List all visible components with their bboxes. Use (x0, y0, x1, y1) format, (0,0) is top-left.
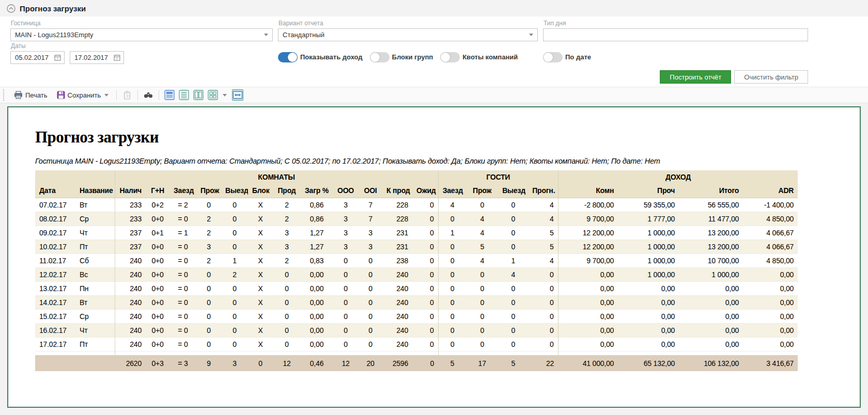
table-cell: 0 (466, 309, 498, 323)
calendar-icon[interactable]: 7 (114, 54, 120, 61)
table-cell: 240 (115, 337, 146, 351)
table-cell: 0 (528, 295, 558, 309)
table-cell: X (248, 337, 273, 351)
view-continuous-icon[interactable] (178, 89, 190, 101)
table-cell: 2 (273, 198, 301, 212)
day-type-input[interactable] (543, 28, 808, 41)
toggle-by-date[interactable]: По дате (543, 52, 591, 62)
table-cell: 0 (359, 281, 382, 295)
search-icon[interactable] (143, 89, 154, 101)
table-cell: 5 (466, 240, 498, 253)
page-title: Прогноз загрузки (20, 4, 86, 13)
table-cell: 0 (359, 309, 382, 323)
total-cell: 3 416,67 (743, 355, 798, 371)
table-cell: 2 (196, 212, 221, 226)
date-to-input[interactable]: 17.02.2017 7 (70, 51, 124, 64)
fit-width-icon[interactable] (232, 89, 243, 101)
table-cell: = 0 (169, 295, 196, 309)
calendar-icon[interactable]: 7 (54, 54, 61, 61)
table-cell: 237 (115, 226, 146, 240)
table-cell: X (248, 295, 273, 309)
toggle-show-income[interactable]: Показывать доход (278, 52, 363, 62)
column-header-cell: ООО (333, 184, 359, 198)
toggle-group-blocks[interactable]: Блоки групп (370, 52, 433, 62)
report-toolbar: Печать Сохранить ? (0, 87, 868, 103)
table-cell: 0 (196, 267, 221, 281)
table-cell: 0,00 (679, 309, 743, 323)
table-cell: 12 200,00 (558, 226, 618, 240)
table-cell: X (248, 267, 273, 281)
clear-filter-button[interactable]: Очистить фильтр (734, 70, 808, 84)
collapse-panel-icon[interactable] (6, 4, 16, 13)
toggle-company-quotas[interactable]: Квоты компаний (440, 52, 518, 62)
save-button[interactable]: Сохранить (54, 89, 112, 101)
table-cell: 240 (382, 267, 412, 281)
column-header-cell: Г+Н (146, 184, 169, 198)
hotel-select[interactable]: MAIN - Logus21193Empty (10, 28, 273, 41)
table-cell: 240 (115, 281, 146, 295)
print-button[interactable]: Печать (11, 89, 51, 101)
view-single-page-icon[interactable] (164, 89, 175, 101)
table-cell: 0 (498, 212, 528, 226)
total-cell: 12 (333, 355, 359, 371)
table-row: 17.02.17Пт2400+0= 000X00,0000240000000,0… (35, 337, 798, 351)
report-variant-select[interactable]: Стандартный (278, 28, 538, 41)
group-header-cell: ГОСТИ (438, 170, 558, 184)
save-dropdown-caret-icon[interactable] (104, 94, 109, 97)
toolbar-grip-handle[interactable] (3, 89, 6, 101)
table-cell: 1 000,00 (679, 267, 743, 281)
spacer-cell (169, 351, 196, 355)
table-cell: = 0 (169, 253, 196, 267)
column-header-cell: Итого (679, 184, 743, 198)
table-cell: Ср (75, 309, 115, 323)
clipboard-icon[interactable]: ? (121, 89, 133, 101)
report-parameters-line: Гостиница MAIN - Logus21193Empty; Вариан… (35, 157, 839, 165)
table-cell: 10 700,00 (679, 253, 743, 267)
svg-text:7: 7 (57, 57, 59, 60)
table-cell: 0+0 (146, 337, 169, 351)
table-cell: = 0 (169, 337, 196, 351)
table-cell: 0,00 (618, 281, 679, 295)
view-grid-dropdown-caret-icon[interactable] (223, 94, 227, 97)
total-cell: 17 (466, 355, 498, 371)
table-cell: 3 (333, 226, 359, 240)
view-facing-pages-icon[interactable] (193, 89, 204, 101)
total-cell: 2620 (115, 355, 146, 371)
table-cell: 0,00 (618, 323, 679, 337)
toggle-switch[interactable] (440, 52, 460, 62)
table-cell: 0 (196, 281, 221, 295)
title-bar: Прогноз загрузки (0, 0, 868, 17)
table-cell: 0 (333, 253, 359, 267)
table-row: 12.02.17Вс2400+0= 002X00,0000240000400,0… (35, 267, 798, 281)
table-spacer-row (35, 351, 798, 355)
date-from-input[interactable]: 05.02.2017 7 (10, 51, 65, 64)
table-cell: = 2 (169, 198, 196, 212)
table-cell: 0 (333, 295, 359, 309)
toggle-switch[interactable] (543, 52, 563, 62)
table-cell: 0 (438, 267, 466, 281)
table-cell: X (248, 323, 273, 337)
build-report-button[interactable]: Построить отчёт (660, 70, 731, 84)
view-grid-icon[interactable] (207, 89, 219, 101)
chevron-down-icon (264, 34, 268, 36)
table-cell: 0 (466, 295, 498, 309)
table-cell: 4 (438, 198, 466, 212)
table-cell: 0,86 (301, 198, 333, 212)
table-cell: 13 200,00 (679, 226, 743, 240)
column-header-cell: Заезд (438, 184, 466, 198)
table-cell: 0,00 (679, 323, 743, 337)
toggle-switch[interactable] (370, 52, 390, 62)
table-cell: 0,00 (618, 295, 679, 309)
table-cell: 2 (196, 253, 221, 267)
table-cell: 0 (196, 309, 221, 323)
toolbar-separator (159, 90, 159, 100)
table-cell: 0 (498, 198, 528, 212)
table-cell: 0,00 (558, 295, 618, 309)
table-column-header-row: ДатаНазваниеНаличГ+НЗаездПрожВыездБлокПр… (35, 184, 798, 198)
table-cell: 0 (438, 309, 466, 323)
table-cell: 0 (221, 309, 248, 323)
table-cell: Вт (75, 295, 115, 309)
table-cell: Ср (75, 212, 115, 226)
toggle-switch[interactable] (278, 52, 298, 62)
table-cell: 0 (438, 253, 466, 267)
